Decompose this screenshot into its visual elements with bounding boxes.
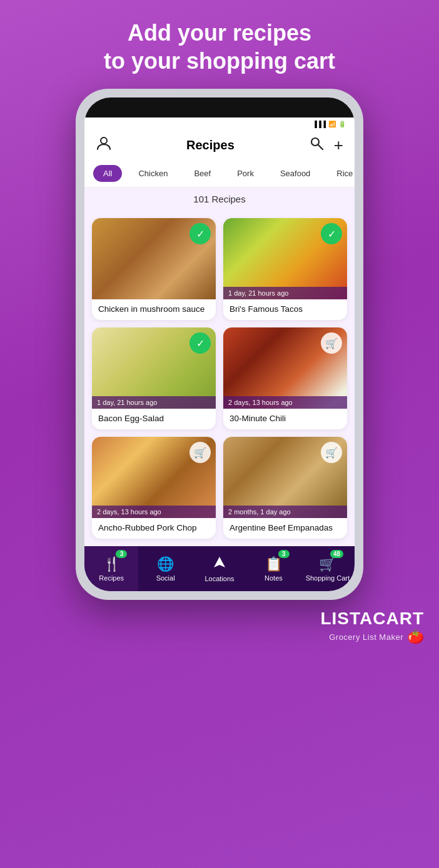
time-overlay-5: 2 months, 1 day ago — [223, 506, 347, 518]
nav-badge-notes: 3 — [278, 550, 290, 558]
app-header: Recipes + — [84, 130, 355, 160]
recipe-image-3: 🛒 2 days, 13 hours ago — [223, 327, 347, 409]
filter-all[interactable]: All — [93, 165, 122, 182]
recipe-title-3: 30-Minute Chili — [223, 409, 347, 429]
phone-frame: ▐▐▐ 📶 🔋 Recipes + — [76, 89, 363, 600]
nav-icon-social: 🌐 — [157, 556, 174, 572]
recipes-count: 101 Recipes — [84, 187, 355, 211]
filter-bar: All Chicken Beef Pork Seafood Rice — [84, 160, 355, 187]
bottom-nav: 3 🍴 Recipes 🌐 Social Locations 3 📋 — [84, 546, 355, 591]
nav-icon-recipes: 🍴 — [103, 556, 120, 572]
search-icon[interactable] — [309, 136, 324, 154]
cart-badge-3: 🛒 — [321, 332, 342, 354]
recipe-title-0: Chicken in mushroom sauce — [92, 299, 216, 320]
nav-badge-cart: 48 — [330, 550, 343, 558]
recipe-image-0: ✓ — [92, 218, 216, 299]
wifi-icon: 📶 — [328, 121, 336, 127]
nav-label-cart: Shopping Cart — [306, 574, 350, 582]
recipe-image-2: ✓ 1 day, 21 hours ago — [92, 327, 216, 409]
time-overlay-1: 1 day, 21 hours ago — [223, 287, 347, 299]
recipe-card-2[interactable]: ✓ 1 day, 21 hours ago Bacon Egg-Salad — [92, 327, 216, 429]
time-overlay-3: 2 days, 13 hours ago — [223, 396, 347, 409]
nav-label-social: Social — [156, 574, 175, 582]
filter-seafood[interactable]: Seafood — [270, 165, 320, 182]
filter-rice[interactable]: Rice — [326, 165, 355, 182]
svg-marker-3 — [214, 557, 225, 567]
cart-badge-2: ✓ — [189, 332, 211, 354]
filter-chicken[interactable]: Chicken — [128, 165, 178, 182]
cart-badge-0: ✓ — [189, 223, 211, 244]
svg-point-1 — [311, 138, 319, 146]
nav-icon-locations — [213, 556, 226, 573]
nav-notes[interactable]: 3 📋 Notes — [246, 546, 300, 591]
filter-beef[interactable]: Beef — [184, 165, 221, 182]
cart-badge-4: 🛒 — [189, 442, 211, 463]
nav-cart[interactable]: 48 🛒 Shopping Cart — [301, 546, 355, 591]
cart-badge-1: ✓ — [321, 223, 342, 244]
nav-label-notes: Notes — [265, 574, 283, 582]
phone-screen: ▐▐▐ 📶 🔋 Recipes + — [84, 97, 355, 591]
recipe-card-0[interactable]: ✓ Chicken in mushroom sauce — [92, 218, 216, 320]
profile-icon[interactable] — [96, 135, 112, 155]
recipe-image-1: ✓ 1 day, 21 hours ago — [223, 218, 347, 299]
app-title: Recipes — [186, 138, 235, 152]
notch — [179, 97, 260, 111]
recipe-card-4[interactable]: 🛒 2 days, 13 hours ago Ancho-Rubbed Pork… — [92, 437, 216, 539]
notch-bar — [84, 97, 355, 117]
nav-label-recipes: Recipes — [99, 574, 124, 582]
recipe-title-1: Bri's Famous Tacos — [223, 299, 347, 320]
recipe-card-5[interactable]: 🛒 2 months, 1 day ago Argentine Beef Emp… — [223, 437, 347, 539]
nav-icon-notes: 📋 — [265, 556, 282, 572]
recipe-title-5: Argentine Beef Empanadas — [223, 518, 347, 539]
time-overlay-2: 1 day, 21 hours ago — [92, 396, 216, 409]
recipe-title-4: Ancho-Rubbed Pork Chop — [92, 518, 216, 539]
tomato-icon: 🍅 — [407, 629, 424, 645]
brand-section: LISTACART Grocery List Maker 🍅 — [0, 600, 439, 651]
nav-social[interactable]: 🌐 Social — [138, 546, 192, 591]
nav-locations[interactable]: Locations — [193, 546, 246, 591]
recipe-image-4: 🛒 2 days, 13 hours ago — [92, 437, 216, 518]
recipe-image-5: 🛒 2 months, 1 day ago — [223, 437, 347, 518]
header-icons: + — [309, 136, 343, 155]
recipe-title-2: Bacon Egg-Salad — [92, 409, 216, 429]
time-overlay-4: 2 days, 13 hours ago — [92, 506, 216, 518]
brand-sub: Grocery List Maker — [329, 632, 403, 642]
signal-icon: ▐▐▐ — [313, 121, 326, 127]
cart-badge-5: 🛒 — [321, 442, 342, 463]
svg-line-2 — [318, 145, 323, 149]
nav-icon-cart: 🛒 — [319, 556, 336, 572]
add-icon[interactable]: + — [334, 136, 343, 155]
recipe-card-3[interactable]: 🛒 2 days, 13 hours ago 30-Minute Chili — [223, 327, 347, 429]
nav-recipes[interactable]: 3 🍴 Recipes — [84, 546, 138, 591]
filter-pork[interactable]: Pork — [227, 165, 264, 182]
brand-name: LISTACART — [15, 609, 424, 629]
status-bar: ▐▐▐ 📶 🔋 — [84, 117, 355, 130]
promo-header: Add your recipes to your shopping cart — [104, 19, 335, 75]
nav-badge-recipes: 3 — [116, 550, 127, 558]
nav-label-locations: Locations — [204, 575, 234, 582]
svg-point-0 — [101, 137, 107, 144]
recipes-grid: ✓ Chicken in mushroom sauce ✓ 1 day, 21 … — [84, 211, 355, 546]
battery-icon: 🔋 — [338, 121, 346, 127]
recipe-card-1[interactable]: ✓ 1 day, 21 hours ago Bri's Famous Tacos — [223, 218, 347, 320]
